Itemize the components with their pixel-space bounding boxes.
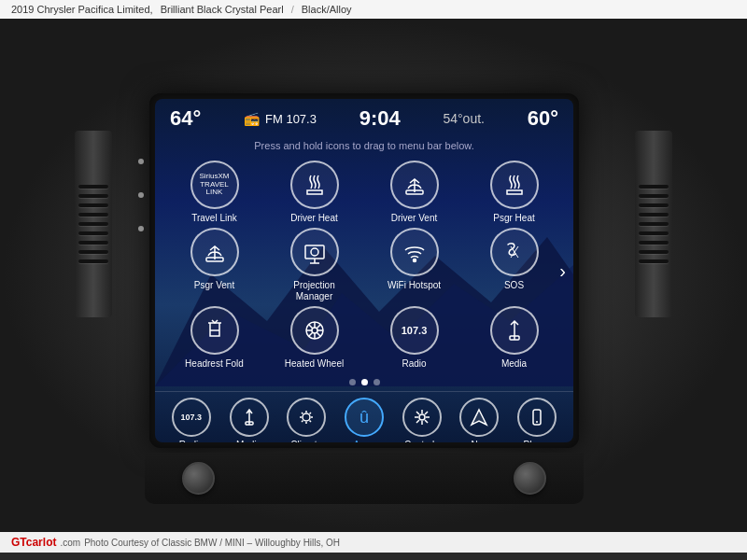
left-vent (75, 131, 112, 317)
projection-manager-label: ProjectionManager (293, 280, 334, 302)
left-knob[interactable] (182, 462, 215, 495)
nav-radio-circle: 107.3 (172, 398, 211, 437)
nav-climate-label: Climate (290, 440, 322, 442)
car-name: 2019 Chrysler Pacifica Limited, (11, 4, 153, 15)
driver-heat-label: Driver Heat (290, 213, 338, 224)
travel-link-label: Travel Link (191, 213, 237, 224)
nav-climate[interactable]: Climate (287, 398, 326, 442)
travel-link-inner: SiriusXMTRAVELLINK (199, 173, 229, 197)
nav-radio-freq: 107.3 (181, 413, 203, 422)
sos-label: SOS (504, 280, 524, 291)
icon-radio-107[interactable]: 107.3 Radio (366, 306, 462, 370)
chevron-right-icon[interactable]: › (559, 260, 566, 282)
nav-phone[interactable]: Phone (517, 398, 557, 442)
driver-vent-label: Driver Vent (391, 213, 437, 224)
media-circle (490, 306, 539, 355)
left-indicators (138, 159, 144, 231)
nav-climate-circle (287, 398, 326, 437)
psgr-vent-label: Psgr Vent (194, 280, 234, 291)
right-vent (635, 131, 672, 317)
radio-frequency: FM 107.3 (265, 112, 317, 126)
nav-controls-label: Controls (404, 440, 439, 442)
nav-nav-circle (459, 398, 499, 437)
headrest-fold-circle (190, 306, 239, 355)
icon-headrest-fold[interactable]: Headrest Fold (166, 306, 262, 370)
nav-apps-label: Apps (354, 440, 375, 442)
nav-controls[interactable]: Controls (402, 398, 442, 442)
car-color: Brilliant Black Crystal Pearl (161, 4, 284, 15)
svg-point-6 (413, 259, 416, 262)
page-dot-3 (374, 379, 380, 385)
icon-psgr-heat[interactable]: Psgr Heat (466, 161, 562, 224)
nav-nav-label: Nav (471, 440, 487, 442)
wifi-hotspot-label: WiFi Hotspot (388, 280, 441, 291)
media-label: Media (501, 358, 527, 370)
infotainment-screen: 64° 📻 FM 107.3 9:04 54°out. 60° Press an… (155, 99, 573, 442)
left-dot-3 (138, 226, 144, 231)
heated-wheel-label: Heated Wheel (285, 358, 344, 370)
nav-nav[interactable]: Nav (459, 398, 499, 442)
clock: 9:04 (359, 106, 401, 131)
controls-area (145, 453, 584, 504)
nav-media-label: Media (236, 440, 261, 442)
icon-sos[interactable]: SOS (466, 228, 562, 302)
icon-driver-vent[interactable]: Driver Vent (366, 161, 462, 224)
heated-wheel-circle (290, 306, 339, 355)
svg-point-11 (303, 413, 310, 421)
sos-circle (490, 228, 539, 276)
icon-driver-heat[interactable]: Driver Heat (266, 161, 362, 224)
icon-projection-manager[interactable]: ProjectionManager (266, 228, 362, 302)
gtcarlot-dot: .com (60, 538, 80, 548)
wifi-hotspot-circle (390, 228, 439, 276)
photo-area: 64° 📻 FM 107.3 9:04 54°out. 60° Press an… (0, 19, 747, 532)
driver-vent-circle (390, 161, 439, 209)
svg-point-12 (419, 414, 425, 420)
bottom-nav-bar: 107.3 Radio Media (155, 391, 573, 442)
nav-radio[interactable]: 107.3 Radio (172, 398, 211, 442)
psgr-heat-circle (490, 161, 539, 209)
nav-phone-label: Phone (524, 440, 551, 442)
gtcarlot-brand: GTcarlot (11, 536, 56, 549)
radio-wave-icon: 📻 (244, 111, 260, 126)
radio-freq-display: 107.3 (402, 325, 428, 336)
nav-media[interactable]: Media (230, 398, 269, 442)
temp-right: 60° (528, 106, 558, 131)
radio-107-circle: 107.3 (390, 306, 439, 355)
left-dot-1 (138, 159, 144, 164)
radio-107-label: Radio (402, 358, 426, 370)
icon-wifi-hotspot[interactable]: WiFi Hotspot (366, 228, 462, 302)
hint-text: Press and hold icons to drag to menu bar… (155, 138, 573, 157)
nav-media-circle (230, 398, 269, 437)
temp-left: 64° (170, 106, 201, 131)
separator: / (291, 4, 294, 15)
photo-credits-bar: GTcarlot .com Photo Courtesy of Classic … (0, 532, 747, 553)
top-bar: 2019 Chrysler Pacifica Limited, Brillian… (0, 0, 747, 19)
nav-radio-label: Radio (179, 440, 204, 442)
status-bar: 64° 📻 FM 107.3 9:04 54°out. 60° (155, 99, 573, 138)
radio-info: 📻 FM 107.3 (244, 111, 317, 126)
travel-link-circle: SiriusXMTRAVELLINK (190, 161, 239, 209)
nav-phone-circle (517, 398, 557, 437)
page-dot-2 (361, 379, 368, 385)
left-dot-2 (138, 192, 144, 198)
icon-media[interactable]: Media (466, 306, 562, 370)
screen-bezel: 64° 📻 FM 107.3 9:04 54°out. 60° Press an… (149, 93, 579, 448)
icon-psgr-vent[interactable]: Psgr Vent (166, 228, 262, 302)
car-interior: Black/Alloy (302, 4, 352, 15)
icon-heated-wheel[interactable]: Heated Wheel (266, 306, 362, 370)
nav-apps-icon: û (359, 408, 369, 427)
page-dot-1 (349, 379, 356, 385)
app-icons-grid: SiriusXMTRAVELLINK Travel Link Driver He… (155, 157, 573, 373)
icon-travel-link[interactable]: SiriusXMTRAVELLINK Travel Link (166, 161, 262, 224)
psgr-heat-label: Psgr Heat (493, 213, 534, 224)
projection-manager-circle (290, 228, 339, 276)
svg-point-5 (311, 248, 318, 256)
nav-apps[interactable]: û Apps (345, 398, 384, 442)
page-indicators (155, 373, 573, 391)
right-knob[interactable] (514, 462, 546, 495)
svg-rect-4 (305, 245, 324, 259)
nav-controls-circle (402, 398, 442, 437)
driver-heat-circle (290, 161, 339, 209)
headrest-fold-label: Headrest Fold (185, 358, 244, 370)
outside-temp: 54°out. (443, 111, 485, 126)
